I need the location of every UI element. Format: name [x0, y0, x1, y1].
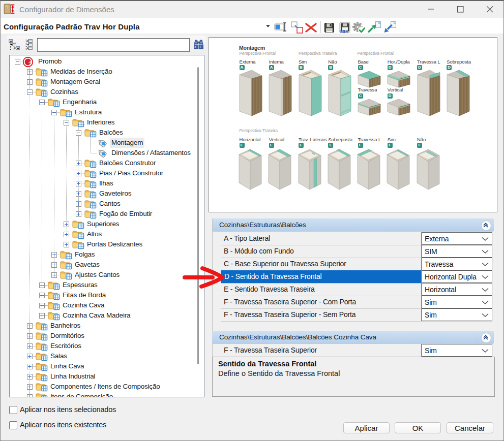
svg-text:«a»: «a»	[339, 28, 348, 34]
